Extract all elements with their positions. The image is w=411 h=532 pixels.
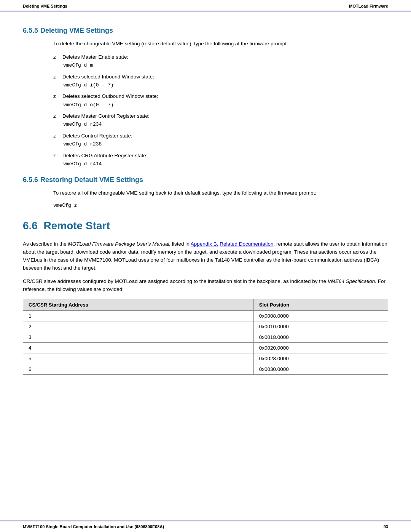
bullet-item-5: z Deletes Control Register state: vmeCfg… — [53, 132, 388, 148]
table-cell-2-0: 3 — [23, 332, 254, 342]
table-header-col2: Slot Position — [253, 299, 388, 310]
para2-text: CR/CSR slave addresses configured by MOT… — [23, 278, 328, 284]
bullet-code-1: vmeCfg d m — [63, 62, 388, 69]
table-row: 10x0008.0000 — [23, 310, 388, 321]
table-row: 60x0030.0000 — [23, 364, 388, 374]
bullet-code-5: vmeCfg d r238 — [63, 141, 388, 148]
table-cell-4-0: 5 — [23, 353, 254, 364]
page-footer: MVME7100 Single Board Computer Installat… — [0, 521, 411, 532]
bullet-code-3: vmeCfg d o(0 - 7) — [63, 101, 388, 109]
section-66-para2: CR/CSR slave addresses configured by MOT… — [23, 278, 388, 294]
bullet-code-2: vmeCfg d i(0 - 7) — [63, 81, 388, 89]
section-656-intro: To restore all of the changeable VME set… — [53, 189, 388, 197]
slot-table: CS/CSR Starting Address Slot Position 10… — [23, 299, 388, 375]
section-655-heading: 6.5.5Deleting VME Settings — [23, 27, 388, 35]
bullet-item-3: z Deletes selected Outbound Window state… — [53, 93, 388, 109]
table-cell-0-0: 1 — [23, 310, 254, 321]
bullet-z-5: z — [53, 132, 60, 148]
bullet-text-2: Deletes selected Inbound Window state: — [62, 74, 154, 80]
page-container: Deleting VME Settings MOTLoad Firmware 6… — [0, 0, 411, 532]
table-header-row: CS/CSR Starting Address Slot Position — [23, 299, 388, 310]
section-66-number: 6.6 — [23, 220, 38, 232]
table-cell-4-1: 0x0028.0000 — [253, 353, 388, 364]
table-cell-1-1: 0x0010.0000 — [253, 321, 388, 332]
bullet-code-6: vmeCfg d r414 — [63, 160, 388, 168]
table-cell-1-0: 2 — [23, 321, 254, 332]
section-66-para1: As described in the MOTLoad Firmware Pac… — [23, 240, 388, 272]
bullet-text-6: Deletes CRG Attribute Register state: — [62, 153, 148, 158]
table-row: 40x0020.0000 — [23, 342, 388, 353]
bullet-content-2: Deletes selected Inbound Window state: v… — [62, 73, 388, 89]
section-656-heading: 6.5.6Restoring Default VME Settings — [23, 176, 388, 184]
table-row: 20x0010.0000 — [23, 321, 388, 332]
table-row: 30x0018.0000 — [23, 332, 388, 342]
section-656-code: vmeCfg z — [53, 203, 388, 208]
bullet-z-3: z — [53, 93, 60, 109]
table-cell-5-0: 6 — [23, 364, 254, 374]
table-cell-3-0: 4 — [23, 342, 254, 353]
bullet-content-6: Deletes CRG Attribute Register state: vm… — [62, 152, 388, 168]
para1-link1[interactable]: Appendix B, — [191, 241, 218, 247]
bullet-z-2: z — [53, 73, 60, 89]
para2-italic: VME64 Specification. — [328, 278, 376, 284]
bullet-text-4: Deletes Master Control Register state: — [62, 113, 150, 119]
bullet-item-6: z Deletes CRG Attribute Register state: … — [53, 152, 388, 168]
header-right: MOTLoad Firmware — [349, 4, 388, 8]
para1-pre: As described in the — [23, 241, 68, 247]
section-656: 6.5.6Restoring Default VME Settings To r… — [23, 176, 388, 208]
bullet-text-3: Deletes selected Outbound Window state: — [62, 93, 158, 99]
footer-left: MVME7100 Single Board Computer Installat… — [23, 524, 164, 529]
bullet-item-2: z Deletes selected Inbound Window state:… — [53, 73, 388, 89]
section-655-number: 6.5.5 — [23, 27, 38, 34]
page-content: 6.5.5Deleting VME Settings To delete the… — [0, 11, 411, 521]
para1-mid: listed in — [170, 241, 191, 247]
bullet-item-1: z Deletes Master Enable state: vmeCfg d … — [53, 53, 388, 69]
section-656-number: 6.5.6 — [23, 176, 38, 184]
section-66-title: Remote Start — [44, 220, 110, 232]
table-cell-3-1: 0x0020.0000 — [253, 342, 388, 353]
para1-link2[interactable]: Related Documentation — [220, 241, 273, 247]
bullet-content-3: Deletes selected Outbound Window state: … — [62, 93, 388, 109]
para1-italic: MOTLoad Firmware Package User's Manual, — [68, 241, 171, 247]
bullet-text-1: Deletes Master Enable state: — [62, 54, 128, 60]
bullet-content-1: Deletes Master Enable state: vmeCfg d m — [62, 53, 388, 69]
section-656-title: Restoring Default VME Settings — [40, 176, 143, 184]
section-655-title: Deleting VME Settings — [40, 27, 113, 34]
section-655: 6.5.5Deleting VME Settings To delete the… — [23, 27, 388, 168]
table-cell-5-1: 0x0030.0000 — [253, 364, 388, 374]
bullet-z-4: z — [53, 112, 60, 128]
bullet-z-1: z — [53, 53, 60, 69]
bullet-text-5: Deletes Control Register state: — [62, 133, 132, 139]
section-655-intro: To delete the changeable VME setting (re… — [53, 40, 388, 48]
table-body: 10x0008.000020x0010.000030x0018.000040x0… — [23, 310, 388, 374]
bullet-z-6: z — [53, 152, 60, 168]
bullet-item-4: z Deletes Master Control Register state:… — [53, 112, 388, 128]
table-cell-2-1: 0x0018.0000 — [253, 332, 388, 342]
table-header-col1: CS/CSR Starting Address — [23, 299, 254, 310]
table-row: 50x0028.0000 — [23, 353, 388, 364]
bullet-code-4: vmeCfg d r234 — [63, 121, 388, 128]
footer-right: 93 — [384, 524, 388, 529]
section-66: 6.6 Remote Start As described in the MOT… — [23, 220, 388, 375]
section-655-bullets: z Deletes Master Enable state: vmeCfg d … — [53, 53, 388, 168]
table-cell-0-1: 0x0008.0000 — [253, 310, 388, 321]
bullet-content-5: Deletes Control Register state: vmeCfg d… — [62, 132, 388, 148]
page-header: Deleting VME Settings MOTLoad Firmware — [0, 0, 411, 11]
section-66-heading: 6.6 Remote Start — [23, 220, 388, 233]
bullet-content-4: Deletes Master Control Register state: v… — [62, 112, 388, 128]
header-left: Deleting VME Settings — [23, 4, 67, 8]
